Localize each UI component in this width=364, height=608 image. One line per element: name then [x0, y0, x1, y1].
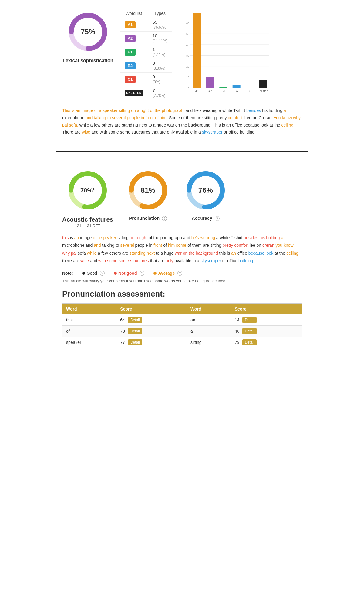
acoustic-sub: 121 - 131 DET: [75, 223, 101, 228]
colored-text2-span: skyscraper: [201, 258, 221, 263]
colored-text2-span: wise: [80, 258, 89, 263]
svg-rect-28: [259, 80, 267, 88]
word2-cell: an: [187, 314, 231, 326]
word1-cell: speaker: [62, 337, 117, 348]
note-good: Good ?: [82, 271, 105, 276]
svg-text:0: 0: [188, 87, 189, 90]
svg-text:A1: A1: [195, 90, 199, 93]
pronunciation-donut: 81%: [125, 168, 171, 213]
colored-text2-span: because: [248, 251, 265, 256]
colored-text-span: his holding: [261, 108, 284, 113]
colored-text2-span: look: [266, 251, 274, 256]
clarify-text: This article will clarify your concerns …: [62, 279, 302, 283]
note-label: Note:: [62, 271, 73, 276]
colored-text2-span: ceiling: [286, 251, 298, 256]
colored-text2-span: that are: [149, 258, 166, 263]
detail-button[interactable]: Detail: [128, 317, 142, 323]
accuracy-percent: 76%: [198, 186, 213, 195]
colored-text2-span: and: [94, 243, 101, 248]
word1-cell: this: [62, 314, 117, 326]
colored-text-span: a: [284, 108, 286, 113]
colored-text2-span: a right: [136, 235, 147, 240]
colored-text2-span: an: [231, 251, 236, 256]
svg-text:40: 40: [186, 43, 189, 46]
colored-text2-span: why pal: [62, 251, 76, 256]
svg-text:10: 10: [186, 76, 189, 79]
svg-text:20: 20: [186, 65, 189, 68]
wordlist-row: UNLISTED 7(7.78%): [120, 86, 172, 100]
wordlist-row: B1 1(1.11%): [120, 45, 172, 59]
svg-text:B2: B2: [234, 90, 238, 93]
colored-text2-span: he's wearing: [191, 235, 215, 240]
colored-text-span: or office building: [222, 130, 254, 134]
colored-text2-span: war on the background: [175, 251, 218, 256]
colored-text2-span: an: [74, 235, 79, 240]
colored-text-span: wise: [82, 130, 90, 134]
pronunc-row: of 78 Detail a 40 Detail: [62, 325, 302, 337]
average-help-icon[interactable]: ?: [177, 271, 182, 276]
detail-button[interactable]: Detail: [128, 328, 142, 334]
word2-cell: a: [187, 325, 231, 337]
colored-paragraph: This is an image of a speaker sitting on…: [62, 101, 302, 139]
score2-cell: 40 Detail: [231, 325, 302, 337]
acoustic-percent: 78%*: [80, 187, 95, 194]
colored-text2-span: there are: [62, 258, 80, 263]
colored-text-span: This is an image of a speaker sitting on…: [62, 108, 183, 113]
gauges-row: 78%* Acoustic features 121 - 131 DET 81%…: [62, 168, 302, 228]
colored-text2-span: talking to: [101, 243, 120, 248]
pronunciation-help-icon[interactable]: ?: [162, 216, 167, 221]
colored-paragraph2: this is an image of a speaker sitting on…: [62, 234, 302, 265]
svg-text:B1: B1: [221, 90, 225, 93]
section-divider: [56, 151, 308, 152]
pronunc-assessment-title: Pronunciation assessment:: [62, 289, 302, 299]
level-cell: A1: [120, 18, 148, 32]
colored-text2-span: a white T shirt: [215, 235, 244, 240]
colored-text2-span: is: [69, 235, 74, 240]
detail-button[interactable]: Detail: [128, 339, 142, 345]
word1-cell: of: [62, 325, 117, 337]
detail-button[interactable]: Detail: [242, 328, 257, 334]
types-cell: 69(76.67%): [148, 18, 172, 32]
not-good-help-icon[interactable]: ?: [140, 271, 144, 276]
accuracy-title: Accuracy ?: [192, 216, 220, 221]
colored-text2-span: him some: [168, 243, 187, 248]
types-cell: 1(1.11%): [148, 45, 172, 59]
acoustic-donut: 78%*: [65, 168, 110, 213]
good-dot: [82, 272, 85, 275]
types-cell: 0(0%): [148, 73, 172, 86]
th-score2: Score: [231, 303, 302, 314]
barchart-wrap: 010203040506070A1A2B1B2C1Unlisted: [181, 9, 272, 101]
svg-rect-19: [193, 13, 201, 88]
colored-text2-span: image: [79, 235, 93, 240]
lexical-donut-wrap: 75% Lexical sophistication: [62, 9, 114, 64]
colored-text2-span: this is: [218, 251, 231, 256]
level-cell: B2: [120, 59, 148, 73]
level-cell: C1: [120, 73, 148, 86]
detail-button[interactable]: Detail: [242, 339, 257, 345]
colored-text-span: . Some of them are sitting pretty: [167, 115, 228, 120]
colored-text2-span: of the photograph and: [147, 235, 191, 240]
detail-button[interactable]: Detail: [242, 317, 257, 323]
types-cell: 10(11.11%): [148, 32, 172, 45]
colored-text-span: and with some some structures that are o…: [90, 130, 202, 134]
colored-text2-span: front: [153, 243, 162, 248]
colored-text-span: , and he's wearing a white T-shirt: [183, 108, 246, 113]
colored-text2-span: microphone and: [62, 243, 94, 248]
accuracy-help-icon[interactable]: ?: [215, 216, 220, 221]
level-cell: B1: [120, 45, 148, 59]
colored-text-span: comfort: [228, 115, 242, 120]
colored-text2-span: of: [162, 243, 168, 248]
svg-text:C1: C1: [248, 90, 251, 93]
colored-text2-span: while: [87, 251, 97, 256]
level-badge: C1: [125, 76, 136, 83]
score2-cell: 14 Detail: [231, 314, 302, 326]
types-cell: 7(7.78%): [148, 86, 172, 100]
good-help-icon[interactable]: ?: [100, 271, 105, 276]
acoustic-gauge: 78%* Acoustic features 121 - 131 DET: [62, 168, 113, 228]
col-wordlist: Word list: [120, 9, 148, 18]
colored-text2-span: with some some structures: [98, 258, 149, 263]
colored-text-span: and talking to several people in front o…: [86, 115, 167, 120]
level-cell: A2: [120, 32, 148, 45]
colored-text2-span: standing next: [130, 251, 155, 256]
barchart: 010203040506070A1A2B1B2C1Unlisted: [181, 9, 272, 100]
